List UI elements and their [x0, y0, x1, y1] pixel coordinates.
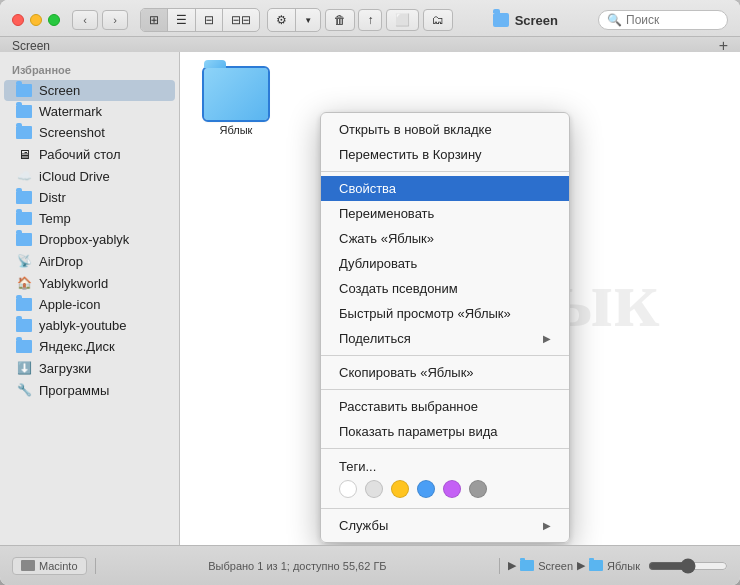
back-button[interactable]: ‹ [72, 10, 98, 30]
submenu-arrow-icon: ▶ [543, 520, 551, 531]
column-view-button[interactable]: ⊟ [196, 9, 223, 31]
file-label: Яблык [220, 124, 253, 136]
sidebar-item-yandex[interactable]: Яндекс.Диск [4, 336, 175, 357]
menu-separator [321, 508, 569, 509]
tag-gray-light[interactable] [365, 480, 383, 498]
folder-icon [16, 319, 32, 332]
title-folder-icon [493, 13, 509, 27]
folder-icon [16, 340, 32, 353]
menu-item-duplicate[interactable]: Дублировать [321, 251, 569, 276]
sidebar-item-label: Watermark [39, 104, 102, 119]
sidebar-item-temp[interactable]: Temp [4, 208, 175, 229]
list-view-button[interactable]: ☰ [168, 9, 196, 31]
zoom-slider-container [648, 558, 728, 574]
tags-section: Теги... [321, 453, 569, 504]
sidebar-item-yablyk-youtube[interactable]: yablyk-youtube [4, 315, 175, 336]
menu-item-compress[interactable]: Сжать «Яблык» [321, 226, 569, 251]
zoom-slider[interactable] [648, 558, 728, 574]
close-button[interactable] [12, 14, 24, 26]
arrange-button[interactable]: ⚙ [268, 9, 296, 31]
menu-item-properties[interactable]: Свойства [321, 176, 569, 201]
tag-purple[interactable] [443, 480, 461, 498]
menu-item-create-alias[interactable]: Создать псевдоним [321, 276, 569, 301]
downloads-icon: ⬇️ [16, 360, 32, 376]
maximize-button[interactable] [48, 14, 60, 26]
status-bar: Macinto Выбрано 1 из 1; доступно 55,62 Г… [0, 545, 740, 585]
sidebar-item-label: AirDrop [39, 254, 83, 269]
tag-blue[interactable] [417, 480, 435, 498]
sidebar-item-label: Рабочий стол [39, 147, 121, 162]
title-bar: ‹ › ⊞ ☰ ⊟ ⊟⊟ ⚙ ▼ 🗑 ↑ ⬜ 🗂 [0, 0, 740, 52]
menu-item-arrange[interactable]: Расставить выбранное [321, 394, 569, 419]
menu-item-label: Поделиться [339, 331, 411, 346]
icon-view-button[interactable]: ⊞ [141, 9, 168, 31]
sidebar-item-label: Dropbox-yablyk [39, 232, 129, 247]
sidebar-item-label: Temp [39, 211, 71, 226]
menu-item-view-options[interactable]: Показать параметры вида [321, 419, 569, 444]
breadcrumb-arrow: ▶ [508, 559, 516, 572]
menu-item-tags[interactable]: Теги... [339, 457, 551, 480]
menu-item-move-trash[interactable]: Переместить в Корзину [321, 142, 569, 167]
context-menu: Открыть в новой вкладке Переместить в Ко… [320, 112, 570, 543]
tag-yellow[interactable] [391, 480, 409, 498]
new-folder-button[interactable]: 🗂 [423, 9, 453, 31]
programs-icon: 🔧 [16, 382, 32, 398]
sidebar-item-programs[interactable]: 🔧 Программы [4, 379, 175, 401]
file-item-yablyk[interactable]: Яблык [196, 68, 276, 136]
window-title: Screen [515, 13, 558, 28]
submenu-arrow-icon: ▶ [543, 333, 551, 344]
breadcrumb-yablyk: Яблык [607, 560, 640, 572]
sidebar-item-label: Yablykworld [39, 276, 108, 291]
forward-button[interactable]: › [102, 10, 128, 30]
menu-item-share[interactable]: Поделиться ▶ [321, 326, 569, 351]
sidebar-section-label: Избранное [0, 60, 179, 80]
share-button[interactable]: ↑ [358, 9, 382, 31]
folder-icon [16, 212, 32, 225]
folder-icon [16, 105, 32, 118]
tag-gray[interactable] [469, 480, 487, 498]
menu-separator [321, 171, 569, 172]
finder-window: ‹ › ⊞ ☰ ⊟ ⊟⊟ ⚙ ▼ 🗑 ↑ ⬜ 🗂 [0, 0, 740, 585]
arrange-dropdown[interactable]: ▼ [296, 9, 320, 31]
sidebar-item-label: Screen [39, 83, 80, 98]
menu-item-rename[interactable]: Переименовать [321, 201, 569, 226]
search-box[interactable]: 🔍 [598, 10, 728, 30]
search-icon: 🔍 [607, 13, 622, 27]
minimize-button[interactable] [30, 14, 42, 26]
desktop-icon: 🖥 [16, 146, 32, 162]
sidebar-item-icloud[interactable]: ☁️ iCloud Drive [4, 165, 175, 187]
breadcrumb-screen: Screen [538, 560, 573, 572]
breadcrumb-folder-icon [589, 560, 603, 571]
menu-item-services[interactable]: Службы ▶ [321, 513, 569, 538]
sidebar-item-dropbox[interactable]: Dropbox-yablyk [4, 229, 175, 250]
tag-button[interactable]: ⬜ [386, 9, 419, 31]
folder-icon [16, 126, 32, 139]
finder-device-label: Macinto [12, 557, 87, 575]
sidebar-item-label: Яндекс.Диск [39, 339, 115, 354]
search-input[interactable] [626, 13, 719, 27]
home-icon: 🏠 [16, 275, 32, 291]
main-content: Избранное Screen Watermark Screenshot 🖥 … [0, 52, 740, 545]
delete-button[interactable]: 🗑 [325, 9, 355, 31]
menu-item-copy[interactable]: Скопировать «Яблык» [321, 360, 569, 385]
sidebar-item-downloads[interactable]: ⬇️ Загрузки [4, 357, 175, 379]
folder-icon [16, 191, 32, 204]
sidebar-item-watermark[interactable]: Watermark [4, 101, 175, 122]
menu-item-label: Открыть в новой вкладке [339, 122, 492, 137]
sidebar-item-screen[interactable]: Screen [4, 80, 175, 101]
sidebar-item-screenshot[interactable]: Screenshot [4, 122, 175, 143]
sidebar-item-distr[interactable]: Distr [4, 187, 175, 208]
menu-item-open-new-tab[interactable]: Открыть в новой вкладке [321, 117, 569, 142]
menu-item-label: Сжать «Яблык» [339, 231, 434, 246]
sidebar-item-desktop[interactable]: 🖥 Рабочий стол [4, 143, 175, 165]
device-folder-icon [21, 560, 35, 571]
sidebar-item-apple-icon[interactable]: Apple-icon [4, 294, 175, 315]
folder-icon-large [204, 68, 268, 120]
tag-white[interactable] [339, 480, 357, 498]
sidebar-item-yablykworld[interactable]: 🏠 Yablykworld [4, 272, 175, 294]
menu-item-quick-look[interactable]: Быстрый просмотр «Яблык» [321, 301, 569, 326]
view-toolbar-group: ⊞ ☰ ⊟ ⊟⊟ [140, 8, 260, 32]
sidebar-item-airdrop[interactable]: 📡 AirDrop [4, 250, 175, 272]
sidebar-item-label: Программы [39, 383, 109, 398]
cover-flow-button[interactable]: ⊟⊟ [223, 9, 259, 31]
